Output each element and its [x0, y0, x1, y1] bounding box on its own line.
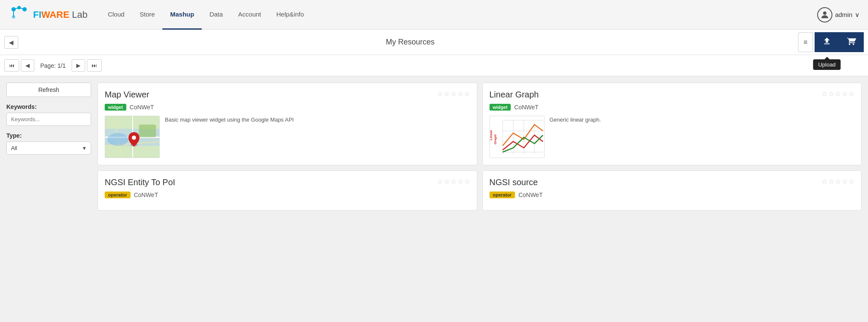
resources-grid: Map Viewer ☆ ☆ ☆ ☆ ☆ widget CoNWeT [97, 83, 862, 211]
star-5: ☆ [849, 90, 854, 98]
admin-label: admin [835, 11, 852, 18]
star-1: ☆ [437, 178, 443, 186]
brand-name: FIWARE Lab [33, 9, 87, 20]
star-1: ☆ [821, 90, 827, 98]
star-rating: ☆ ☆ ☆ ☆ ☆ [437, 90, 470, 98]
badge-operator: operator [490, 192, 515, 198]
badge-widget: widget [105, 104, 126, 111]
card-image-map [105, 116, 160, 158]
nav-account[interactable]: Account [231, 0, 269, 30]
type-label: Type: [6, 132, 91, 139]
card-title: Map Viewer [105, 90, 149, 100]
admin-avatar [817, 7, 832, 22]
badge-widget: widget [490, 104, 511, 111]
star-4: ☆ [842, 90, 848, 98]
svg-text:Linear: Linear [490, 130, 493, 140]
card-header: NGSI Entity To PoI ☆ ☆ ☆ ☆ ☆ [105, 178, 470, 187]
star-5: ☆ [464, 178, 470, 186]
badge-operator: operator [105, 192, 131, 198]
card-body: Linear Graph Generic linear graph. [490, 116, 855, 158]
star-5: ☆ [464, 90, 470, 98]
resources-header: ◀ My Resources ≡ Upload [0, 30, 868, 55]
card-meta: operator CoNWeT [105, 192, 470, 198]
star-4: ☆ [457, 90, 463, 98]
star-2: ☆ [828, 90, 834, 98]
card-title: Linear Graph [490, 90, 539, 100]
first-page-button[interactable]: ⏮ [4, 59, 19, 72]
star-5: ☆ [849, 178, 854, 186]
svg-point-7 [823, 11, 826, 15]
card-body: Basic map viewer widget using the Google… [105, 116, 470, 158]
card-description: Basic map viewer widget using the Google… [165, 116, 294, 124]
brand-logo[interactable]: FIWARE Lab [8, 4, 87, 25]
type-select-wrapper: All Widget Operator Mashup ▼ [6, 142, 91, 155]
star-rating: ☆ ☆ ☆ ☆ ☆ [437, 178, 470, 186]
keywords-input[interactable] [6, 113, 91, 126]
graph-thumbnail-svg: Linear Graph [490, 116, 545, 158]
card-header: Linear Graph ☆ ☆ ☆ ☆ ☆ [490, 90, 855, 100]
prev-page-button[interactable]: ◀ [21, 59, 34, 72]
nav-right: admin ∨ [817, 7, 860, 22]
nav-mashup[interactable]: Mashup [162, 0, 202, 30]
admin-chevron: ∨ [855, 11, 860, 19]
navbar: FIWARE Lab Cloud Store Mashup Data Accou… [0, 0, 868, 30]
page-info: Page: 1/1 [36, 62, 70, 69]
vendor-name: CoNWeT [130, 104, 154, 111]
card-title: NGSI source [490, 178, 538, 187]
card-meta: widget CoNWeT [490, 104, 855, 111]
star-3: ☆ [835, 90, 841, 98]
nav-links: Cloud Store Mashup Data Account Help&inf… [100, 0, 817, 30]
header-actions: ≡ Upload [798, 32, 864, 52]
star-rating: ☆ ☆ ☆ ☆ ☆ [821, 178, 854, 186]
brand-icon [8, 4, 30, 25]
nav-data[interactable]: Data [202, 0, 231, 30]
svg-point-17 [132, 136, 136, 140]
svg-text:Graph: Graph [493, 134, 497, 144]
star-4: ☆ [457, 178, 463, 186]
upload-button[interactable] [815, 32, 839, 52]
keywords-label: Keywords: [6, 103, 91, 110]
collapse-button[interactable]: ◀ [4, 36, 18, 49]
upload-icon [822, 36, 832, 46]
svg-rect-15 [139, 125, 156, 137]
card-meta: widget CoNWeT [105, 104, 470, 111]
resource-card-ngsi-source[interactable]: NGSI source ☆ ☆ ☆ ☆ ☆ operator CoNWeT [482, 170, 862, 211]
star-2: ☆ [828, 178, 834, 186]
admin-button[interactable]: admin ∨ [817, 7, 860, 22]
resource-card-linear-graph[interactable]: Linear Graph ☆ ☆ ☆ ☆ ☆ widget CoNWeT [482, 83, 862, 165]
nav-cloud[interactable]: Cloud [100, 0, 132, 30]
star-4: ☆ [842, 178, 848, 186]
type-select[interactable]: All Widget Operator Mashup [6, 142, 91, 155]
card-title: NGSI Entity To PoI [105, 178, 175, 187]
user-icon [820, 10, 830, 20]
map-thumbnail-svg [105, 116, 160, 158]
star-2: ☆ [444, 178, 450, 186]
card-image-graph: Linear Graph [490, 116, 545, 158]
nav-store[interactable]: Store [132, 0, 163, 30]
card-description: Generic linear graph. [550, 116, 601, 124]
star-2: ☆ [444, 90, 450, 98]
star-3: ☆ [451, 90, 456, 98]
menu-icon-button[interactable]: ≡ [798, 32, 813, 52]
star-3: ☆ [835, 178, 841, 186]
nav-helpinfo[interactable]: Help&info [269, 0, 312, 30]
sidebar: Refresh Keywords: Type: All Widget Opera… [6, 83, 91, 211]
resource-card-ngsi-entity[interactable]: NGSI Entity To PoI ☆ ☆ ☆ ☆ ☆ operator Co… [97, 170, 477, 211]
card-header: NGSI source ☆ ☆ ☆ ☆ ☆ [490, 178, 855, 187]
cart-button[interactable] [839, 32, 864, 52]
refresh-button[interactable]: Refresh [6, 83, 91, 97]
star-1: ☆ [821, 178, 827, 186]
next-page-button[interactable]: ▶ [72, 59, 85, 72]
card-meta: operator CoNWeT [490, 192, 855, 198]
vendor-name: CoNWeT [514, 104, 538, 111]
upload-tooltip-container: Upload [815, 32, 839, 52]
svg-point-14 [107, 133, 128, 146]
vendor-name: CoNWeT [518, 192, 542, 198]
vendor-name: CoNWeT [134, 192, 158, 198]
card-header: Map Viewer ☆ ☆ ☆ ☆ ☆ [105, 90, 470, 100]
cart-icon [847, 36, 856, 46]
star-3: ☆ [451, 178, 456, 186]
star-rating: ☆ ☆ ☆ ☆ ☆ [821, 90, 854, 98]
resource-card-map-viewer[interactable]: Map Viewer ☆ ☆ ☆ ☆ ☆ widget CoNWeT [97, 83, 477, 165]
last-page-button[interactable]: ⏭ [87, 59, 102, 72]
